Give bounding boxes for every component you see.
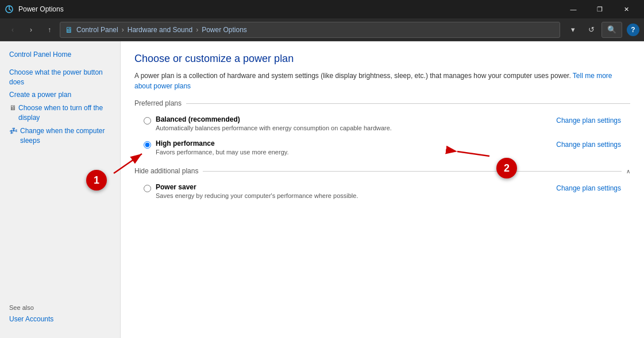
plan-info-high-performance: High performance Favors performance, but… [156, 139, 289, 156]
plan-radio-high-performance[interactable] [144, 141, 151, 149]
path-control-panel[interactable]: Control Panel [76, 26, 118, 34]
content-area: Choose or customize a power plan A power… [121, 41, 644, 338]
sidebar-item-turn-off-display[interactable]: 🖥 Choose when to turn off the display [0, 102, 120, 125]
help-button[interactable]: ? [627, 24, 639, 36]
sleep-icon: 💤 [9, 126, 18, 136]
refresh-button[interactable]: ↺ [583, 22, 599, 38]
address-field[interactable]: 🖥 Control Panel › Hardware and Sound › P… [60, 22, 560, 38]
plan-link-high-performance[interactable]: Change plan settings [556, 141, 621, 149]
main-layout: Control Panel Home Choose what the power… [0, 41, 644, 338]
sidebar-bottom: See also User Accounts [0, 297, 120, 331]
plan-info-balanced: Balanced (recommended) Automatically bal… [156, 115, 392, 131]
minimize-button[interactable]: — [560, 0, 587, 18]
display-icon: 🖥 [9, 103, 16, 113]
preferred-plans-header: Preferred plans [134, 99, 630, 107]
plan-info-power-saver: Power saver Saves energy by reducing you… [156, 183, 358, 199]
home-label: Control Panel Home [9, 50, 71, 60]
plan-left-power-saver: Power saver Saves energy by reducing you… [144, 183, 358, 199]
plan-left-balanced: Balanced (recommended) Automatically bal… [144, 115, 392, 131]
app-icon [5, 5, 14, 14]
plan-radio-power-saver[interactable] [144, 185, 151, 192]
plan-name-high-performance: High performance [156, 139, 289, 147]
additional-plans-divider [203, 171, 622, 172]
window-controls: — ❐ ✕ [560, 0, 639, 18]
path-icon: 🖥 [65, 25, 73, 34]
plan-link-power-saver[interactable]: Change plan settings [556, 184, 621, 192]
close-button[interactable]: ✕ [613, 0, 639, 18]
search-button[interactable]: 🔍 [601, 22, 622, 38]
preferred-plans-label: Preferred plans [134, 99, 182, 107]
path-hardware[interactable]: Hardware and Sound [128, 26, 192, 34]
chevron-up-icon[interactable]: ∧ [626, 168, 630, 174]
plan-radio-balanced[interactable] [144, 117, 151, 125]
plan-link-balanced[interactable]: Change plan settings [556, 116, 621, 125]
plan-desc-balanced: Automatically balances performance with … [156, 125, 392, 131]
sidebar-sleeps-label: Change when the computer sleeps [20, 126, 111, 146]
window-wrapper: Power Options — ❐ ✕ ‹ › ↑ 🖥 Control Pane… [0, 0, 644, 338]
addressbar: ‹ › ↑ 🖥 Control Panel › Hardware and Sou… [0, 18, 644, 41]
sidebar-power-button-label: Choose what the power button does [9, 68, 111, 87]
restore-button[interactable]: ❐ [587, 0, 613, 18]
plan-desc-power-saver: Saves energy by reducing your computer's… [156, 192, 358, 199]
plan-item-power-saver: Power saver Saves energy by reducing you… [134, 180, 630, 203]
window-title: Power Options [18, 5, 560, 13]
forward-button[interactable]: › [23, 22, 39, 38]
separator1: › [122, 26, 124, 34]
content-title: Choose or customize a power plan [134, 53, 630, 65]
additional-plans-label: Hide additional plans [134, 167, 198, 175]
plan-name-power-saver: Power saver [156, 183, 358, 191]
description-text: A power plan is a collection of hardware… [134, 72, 571, 80]
preferred-plans-divider [186, 103, 630, 104]
additional-plans-header: Hide additional plans ∧ [134, 167, 630, 175]
content-description: A power plan is a collection of hardware… [134, 71, 630, 91]
see-also-label: See also [9, 304, 111, 311]
sidebar-item-computer-sleeps[interactable]: 💤 Change when the computer sleeps [0, 125, 120, 147]
up-button[interactable]: ↑ [41, 22, 57, 38]
path-power[interactable]: Power Options [202, 26, 247, 34]
plan-name-balanced: Balanced (recommended) [156, 115, 392, 123]
plan-left-high-performance: High performance Favors performance, but… [144, 139, 289, 156]
sidebar-item-user-accounts[interactable]: User Accounts [9, 314, 111, 324]
address-dropdown[interactable]: ▾ [565, 22, 581, 38]
user-accounts-label: User Accounts [9, 314, 53, 324]
back-button[interactable]: ‹ [5, 22, 21, 38]
sidebar-item-create-plan[interactable]: Create a power plan [0, 88, 120, 102]
titlebar: Power Options — ❐ ✕ [0, 0, 644, 18]
sidebar-turn-off-label: Choose when to turn off the display [18, 103, 111, 123]
sidebar-create-plan-label: Create a power plan [9, 90, 71, 100]
plan-desc-high-performance: Favors performance, but may use more ene… [156, 149, 289, 156]
plan-item-balanced: Balanced (recommended) Automatically bal… [134, 112, 630, 135]
preferred-plans-section: Preferred plans Balanced (recommended) A… [134, 99, 630, 159]
sidebar-item-power-button[interactable]: Choose what the power button does [0, 66, 120, 89]
plan-item-high-performance: High performance Favors performance, but… [134, 136, 630, 159]
separator2: › [196, 26, 198, 34]
sidebar-item-home[interactable]: Control Panel Home [0, 48, 120, 61]
sidebar: Control Panel Home Choose what the power… [0, 41, 121, 338]
